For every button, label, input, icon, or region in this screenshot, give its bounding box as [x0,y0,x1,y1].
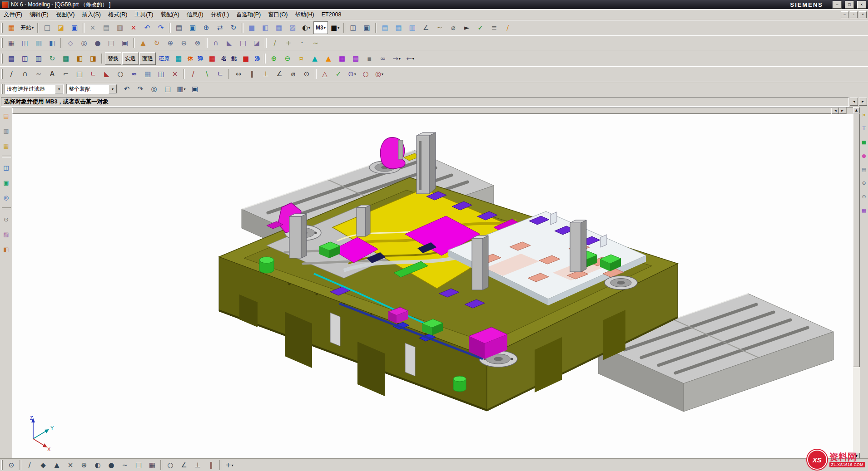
measure-icon[interactable]: ⌀ [447,22,460,34]
expressions-icon[interactable]: ▦ [392,22,405,34]
pan-icon[interactable]: ⇄ [213,22,226,34]
view-layout-icon[interactable]: ◫ [19,37,31,49]
offset-curve-icon[interactable]: ≈ [128,68,140,80]
bounded-grid-snap-icon[interactable]: ▦ [146,460,159,471]
graphics-window[interactable]: ◄ ► [12,107,853,460]
quadrant-snap-icon[interactable]: ◐ [91,460,104,471]
replace-button[interactable]: 替换 [105,52,121,65]
menu-analysis[interactable]: 分析(L) [207,11,233,19]
existing-point-snap-icon[interactable]: ● [105,460,118,471]
update-icon[interactable]: ↻ [46,53,59,64]
swatch-palette-icon[interactable]: ▦ [860,206,868,215]
datum-plane-icon[interactable]: ◇ [64,37,77,49]
point-on-face-snap-icon[interactable]: □ [132,460,145,471]
shaded-edges-icon[interactable]: ■ [245,22,258,34]
line-icon[interactable]: ∕ [5,68,18,80]
cad-model-3d[interactable] [12,114,853,460]
wave-link-icon[interactable]: ◫ [19,53,31,64]
chevron-down-icon[interactable]: ▾ [109,84,117,93]
document-restore-button[interactable]: ▫ [850,11,858,18]
cut-icon[interactable]: × [86,22,99,34]
solid-translucency-button[interactable]: 实透 [122,52,139,65]
subtract-icon[interactable]: ⊖ [178,37,190,49]
paste-icon[interactable]: ▥ [114,22,126,34]
hide-button[interactable]: 休 [186,52,195,65]
text-icon[interactable]: A [46,68,59,80]
linear-dimension-icon[interactable]: ↔ [232,68,245,80]
previous-selection-icon[interactable]: ↶ [120,83,133,95]
replace-reference-icon[interactable]: ▤ [5,53,18,64]
delete-icon[interactable]: × [127,22,140,34]
intersection-point-icon[interactable]: × [169,68,181,80]
angle-snap-icon[interactable]: ∠ [178,460,190,471]
fillet-icon[interactable]: ∟ [87,68,99,80]
selection-filter-dropdown[interactable]: 没有选择过滤器 ▾ [5,84,64,94]
purple-grid-icon[interactable]: ▦ [336,53,348,64]
vertical-scrollbar-thumb[interactable] [853,113,860,367]
freeze-icon[interactable]: ▦ [60,53,72,64]
radial-dimension-icon[interactable]: ⊙ [300,68,313,80]
circle-icon[interactable]: ○ [359,68,372,80]
pad-icon[interactable]: ▣ [119,37,131,49]
select-arrow-icon[interactable]: ► [461,22,473,34]
rotate-icon[interactable]: ↻ [227,22,240,34]
roles-palette-icon[interactable]: ◧ [1,244,12,254]
point-icon[interactable]: · [296,37,308,49]
hole-icon[interactable]: ◎ [78,37,90,49]
restore-button[interactable]: 还原 [157,52,171,65]
shaded-icon[interactable]: ◧ [259,22,272,34]
sheet-palette-icon[interactable]: ▤ [860,165,868,174]
material-cube-icon[interactable]: ■ [239,53,252,64]
text-note-icon[interactable]: T [860,124,868,133]
arc-icon[interactable]: ∩ [19,68,31,80]
part-navigator-icon[interactable]: ▦ [1,141,12,151]
tangent-snap-icon[interactable]: ○ [164,460,177,471]
material-library-icon[interactable]: ■ [860,138,868,147]
copy-icon[interactable]: ▤ [100,22,113,34]
interpart-link-icon[interactable]: ▥ [32,53,45,64]
history-clock-icon[interactable]: ⊙ [860,192,868,201]
key-shortcut-icon[interactable]: ¤ [860,111,868,119]
curve-analysis-icon[interactable]: ~ [433,22,446,34]
view-preset-dropdown[interactable]: M3▾ [313,21,328,34]
scroll-up-button[interactable]: ▲ [853,107,860,113]
toolbar-drag-handle[interactable] [1,69,3,79]
toolbar-drag-handle[interactable] [1,54,3,64]
boss-icon[interactable]: ● [91,37,104,49]
shell-icon[interactable]: □ [237,37,249,49]
ellipse-icon[interactable]: ◎▾ [373,68,386,80]
materials-palette-icon[interactable]: ▨ [1,229,12,239]
prompt-scroll-right-button[interactable]: ► [859,98,867,106]
wireframe-icon[interactable]: ▦ [273,22,285,34]
parallel-snap-icon[interactable]: ∥ [205,460,218,471]
toolbar-drag-handle[interactable] [1,460,3,470]
mid-point-snap-icon[interactable]: ◆ [37,460,50,471]
spline-icon[interactable]: ~ [309,37,322,49]
close-button[interactable]: × [857,1,866,9]
collision-check-icon[interactable]: ⊕ [268,53,280,64]
color-swatch-dropdown[interactable]: ■▾ [329,22,342,34]
document-close-button[interactable]: × [859,11,867,18]
face-translucency-button[interactable]: 面透 [139,52,156,65]
mirror-curve-icon[interactable]: ◫ [155,68,168,80]
control-point-snap-icon[interactable]: ▲ [50,460,63,471]
prompt-scroll-left-button[interactable]: ◄ [850,98,858,106]
studio-render-icon[interactable]: ▨ [286,22,299,34]
constraint-navigator-icon[interactable]: ▥ [1,126,12,136]
assembly-navigator-icon[interactable]: ▤ [1,111,12,121]
menu-help[interactable]: 帮助(H) [291,11,317,19]
inside-window-icon[interactable]: □ [161,83,174,95]
web-browser-icon[interactable]: ◎ [1,192,12,202]
pattern-curve-icon[interactable]: ▦ [141,68,154,80]
angular-dimension-icon[interactable]: ∠ [273,68,286,80]
extrude-icon[interactable]: ▲ [137,37,149,49]
popup-button[interactable]: 弹 [196,52,205,65]
purple-table-icon[interactable]: ▤ [349,53,362,64]
color-spheres-icon[interactable]: ● [860,152,868,160]
grid-display-icon[interactable]: ▦ [172,53,185,64]
chamfer-icon[interactable]: ◣ [223,37,236,49]
perpendicular-snap-icon[interactable]: ⊥ [191,460,204,471]
horizontal-scrollbar-thumb[interactable] [12,108,831,114]
nx-gateway-icon[interactable]: ▦ [5,22,18,34]
edge-blend-icon[interactable]: ∩ [209,37,222,49]
